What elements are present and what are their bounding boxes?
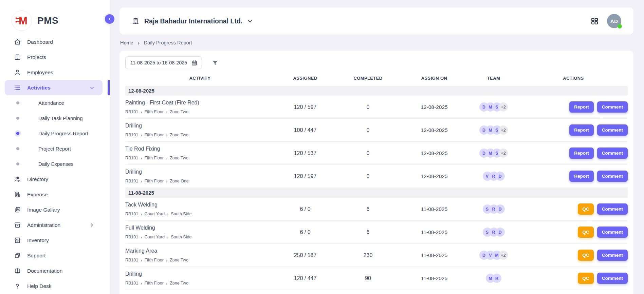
- sidebar-item-administration[interactable]: Administration: [0, 217, 110, 233]
- sidebar-subitem-attendance[interactable]: Attendance: [0, 95, 110, 111]
- path-segment: Fifth Floor: [145, 179, 164, 183]
- home-icon: [14, 38, 21, 46]
- breadcrumb-home-link[interactable]: Home: [120, 40, 133, 45]
- actions-cell: QCComment: [519, 203, 628, 215]
- activity-title: Tack Welding: [125, 202, 275, 208]
- qc-button[interactable]: QC: [578, 227, 593, 238]
- app-logo[interactable]: M PMS: [0, 0, 110, 34]
- path-segment: RB101: [125, 235, 138, 239]
- path-segment: RB101: [125, 156, 138, 160]
- team-member-badge[interactable]: D: [496, 204, 505, 214]
- sidebar-item-support[interactable]: Support: [0, 248, 110, 263]
- column-header-completed: COMPLETED: [336, 76, 400, 81]
- sidebar-item-image-gallery[interactable]: Image Gallary: [0, 202, 110, 217]
- qc-button[interactable]: QC: [578, 203, 593, 215]
- qc-button[interactable]: QC: [578, 250, 593, 261]
- completed-value: 0: [336, 104, 400, 110]
- comment-button[interactable]: Comment: [597, 124, 628, 136]
- group-date-row: 12-08-2025: [125, 86, 628, 96]
- chevron-separator-icon: ›: [138, 40, 140, 45]
- actions-cell: ReportComment: [519, 171, 628, 182]
- report-button[interactable]: Report: [569, 148, 594, 159]
- svg-text:M: M: [19, 15, 27, 27]
- user-menu[interactable]: AD: [607, 14, 621, 28]
- comment-button[interactable]: Comment: [597, 203, 628, 215]
- report-button[interactable]: Report: [569, 101, 594, 113]
- comment-button[interactable]: Comment: [597, 101, 628, 113]
- sidebar-item-inventory[interactable]: Inventory: [0, 233, 110, 248]
- filter-row: 11-08-2025 to 16-08-2025: [125, 55, 628, 70]
- sidebar-item-dashboard[interactable]: Dashboard: [0, 34, 110, 50]
- team-extra-badge[interactable]: +2: [499, 149, 508, 158]
- team-avatars: DMS+2: [468, 149, 519, 158]
- apps-grid-button[interactable]: [590, 17, 599, 25]
- sidebar-item-directory[interactable]: Directory: [0, 172, 110, 187]
- report-button[interactable]: Report: [569, 124, 594, 136]
- assign-on-value: 11-08-2025: [400, 275, 468, 281]
- sidebar-subitem-daily-expenses[interactable]: Daily Expenses: [0, 156, 110, 172]
- bullet-dot-icon: [16, 162, 19, 165]
- date-range-picker[interactable]: 11-08-2025 to 16-08-2025: [125, 56, 202, 69]
- building-icon: [14, 54, 21, 61]
- sidebar-item-employees[interactable]: Employees: [0, 65, 110, 80]
- sidebar-item-projects[interactable]: Projects: [0, 50, 110, 65]
- comment-button[interactable]: Comment: [597, 148, 628, 159]
- report-button[interactable]: Report: [569, 171, 594, 182]
- path-segment: Zone Two: [170, 156, 188, 160]
- path-segment: Court Yard: [145, 235, 165, 239]
- chevron-down-icon: [247, 18, 253, 24]
- sidebar-item-label: Administration: [27, 222, 60, 228]
- activity-path: RB101›Fifth Floor›Zone Two: [125, 258, 275, 262]
- team-avatars: SRD: [468, 228, 519, 237]
- assign-on-value: 11-08-2025: [400, 229, 468, 235]
- sidebar-subitem-daily-task-planning[interactable]: Daily Task Planning: [0, 111, 110, 126]
- team-extra-badge[interactable]: +2: [499, 251, 508, 260]
- team-member-badge[interactable]: R: [492, 274, 501, 283]
- team-member-badge[interactable]: D: [496, 172, 505, 181]
- actions-cell: ReportComment: [519, 124, 628, 136]
- assigned-value: 6 / 0: [275, 206, 336, 212]
- activity-title: Painting - First Coat (Fire Red): [125, 100, 275, 106]
- bullet-dot-icon: [16, 147, 19, 150]
- sidebar-collapse-button[interactable]: [105, 14, 114, 24]
- sidebar-subitem-label: Project Report: [38, 146, 71, 152]
- assigned-value: 120 / 447: [275, 275, 336, 281]
- sidebar-item-documentation[interactable]: Documentation: [0, 263, 110, 278]
- date-range-value: 11-08-2025 to 16-08-2025: [130, 60, 187, 65]
- assign-on-value: 12-08-2025: [400, 173, 468, 179]
- sidebar-item-activities[interactable]: Activities: [5, 80, 103, 95]
- comment-button[interactable]: Comment: [597, 250, 628, 261]
- funnel-icon: [211, 59, 219, 66]
- sidebar-subitem-daily-progress-report[interactable]: Daily Progress Report: [0, 126, 110, 141]
- table-row: Tie Rod FixingRB101›Fifth Floor›Zone Two…: [125, 142, 628, 165]
- chevron-separator-icon: ›: [141, 110, 142, 114]
- team-member-badge[interactable]: D: [496, 228, 505, 237]
- assigned-value: 250 / 187: [275, 252, 336, 258]
- activity-cell: Tack WeldingRB101›Court Yard›South Side: [125, 202, 275, 216]
- sidebar-item-help-desk[interactable]: Help Desk: [0, 278, 110, 294]
- comment-button[interactable]: Comment: [597, 227, 628, 238]
- path-segment: Fifth Floor: [145, 133, 164, 137]
- sidebar-item-label: Expense: [27, 192, 48, 198]
- activity-path: RB101›Fifth Floor›Zone Two: [125, 156, 275, 160]
- path-segment: South Side: [171, 235, 191, 239]
- company-selector[interactable]: Raja Bahadur International Ltd.: [132, 17, 253, 25]
- comment-button[interactable]: Comment: [597, 171, 628, 182]
- team-extra-badge[interactable]: +2: [499, 102, 508, 112]
- sidebar-item-expense[interactable]: Expense: [0, 187, 110, 202]
- comment-button[interactable]: Comment: [597, 273, 628, 284]
- filter-button[interactable]: [211, 59, 219, 66]
- activity-title: Tie Rod Fixing: [125, 146, 275, 152]
- actions-cell: ReportComment: [519, 101, 628, 113]
- path-segment: RB101: [125, 110, 138, 114]
- sidebar-subitem-project-report[interactable]: Project Report: [0, 141, 110, 156]
- app-name: PMS: [37, 15, 58, 26]
- team-extra-badge[interactable]: +2: [499, 125, 508, 135]
- activity-title: Drilling: [125, 169, 275, 175]
- image-gallery-icon: [14, 206, 21, 214]
- question-mark-icon: [14, 282, 21, 290]
- team-avatars: DMS+2: [468, 102, 519, 112]
- qc-button[interactable]: QC: [578, 273, 593, 284]
- assigned-value: 120 / 597: [275, 173, 336, 179]
- bullet-dot-icon: [16, 117, 19, 120]
